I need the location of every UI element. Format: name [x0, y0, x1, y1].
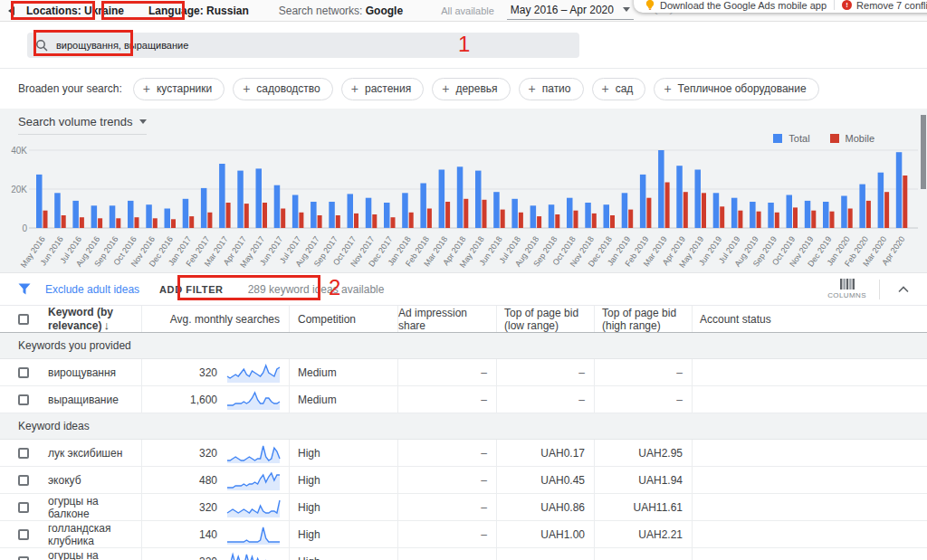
- keyword-search-input[interactable]: [56, 40, 328, 51]
- col-top-bid-high[interactable]: Top of page bid (high range): [595, 306, 693, 332]
- all-available-label: All available: [441, 5, 494, 16]
- competition-cell: High: [290, 548, 398, 560]
- account-status-cell: [693, 548, 927, 560]
- sparkline-chart: [225, 362, 282, 384]
- table-row[interactable]: лук эксибишен 320 High – UAH0.17 UAH2.95: [0, 440, 927, 467]
- impression-share-cell: –: [398, 521, 497, 547]
- row-checkbox[interactable]: [18, 448, 29, 459]
- bid-low-cell: –: [497, 386, 595, 413]
- notification-card: Download the Google Ads mobile app ! Rem…: [634, 0, 927, 13]
- keyword-planner-app: Locations: Ukraine Language: Russian Sea…: [0, 0, 927, 560]
- divider: [879, 280, 880, 299]
- date-range-value: May 2016 – Apr 2020: [511, 4, 614, 16]
- vertical-scrollbar-thumb[interactable]: [921, 115, 926, 189]
- section-keyword-ideas: Keyword ideas: [0, 413, 927, 440]
- keyword-search-box[interactable]: [27, 33, 579, 58]
- language-setting[interactable]: Language: Russian: [148, 5, 249, 17]
- svg-text:20K: 20K: [11, 185, 27, 195]
- impression-share-cell: –: [398, 548, 497, 560]
- row-checkbox[interactable]: [18, 556, 29, 560]
- networks-setting[interactable]: Search networks: Google: [279, 5, 403, 17]
- svg-text:40K: 40K: [11, 146, 27, 156]
- col-avg-monthly-searches[interactable]: Avg. monthly searches: [142, 306, 290, 332]
- impression-share-cell: –: [398, 494, 497, 520]
- keyword-count-label: 289 keyword ideas available: [248, 283, 385, 296]
- keyword-cell: выращивание: [48, 394, 119, 406]
- lightbulb-icon: [645, 0, 655, 11]
- error-badge-icon: !: [842, 0, 852, 10]
- chart-type-dropdown[interactable]: Search volume trends: [18, 115, 147, 135]
- section-keywords-you-provided: Keywords you provided: [0, 333, 927, 359]
- bid-high-cell: UAH2.95: [595, 440, 693, 466]
- plus-icon: +: [143, 82, 150, 95]
- avg-searches-value: 480: [199, 474, 217, 487]
- chip-derevya[interactable]: +деревья: [432, 78, 510, 100]
- bid-high-cell: –: [595, 548, 693, 560]
- chip-sadovodstvo[interactable]: +садоводство: [233, 78, 333, 100]
- exclude-adult-ideas-link[interactable]: Exclude adult ideas: [45, 283, 139, 296]
- bid-low-cell: UAH1.00: [497, 521, 595, 547]
- sparkline-chart: [225, 470, 282, 491]
- sparkline-chart: [225, 524, 282, 546]
- competition-cell: High: [290, 521, 398, 547]
- caret-down-icon: [623, 7, 630, 12]
- competition-cell: High: [290, 494, 398, 520]
- keyword-cell: огурцы на балконе: [48, 495, 141, 520]
- broaden-search-row: Broaden your search: +кустарники +садово…: [0, 69, 927, 109]
- competition-cell: High: [290, 440, 398, 466]
- locations-value: Locations: Ukraine: [26, 5, 124, 17]
- locations-setting[interactable]: Locations: Ukraine: [26, 5, 124, 17]
- account-status-cell: [693, 494, 927, 520]
- sparkline-chart: [225, 389, 282, 411]
- col-ad-impression-share[interactable]: Ad impression share: [398, 306, 497, 332]
- avg-searches-value: 140: [199, 528, 217, 541]
- keyword-cell: вирощування: [48, 366, 116, 379]
- col-competition[interactable]: Competition: [290, 306, 398, 332]
- competition-cell: High: [290, 467, 398, 493]
- col-account-status[interactable]: Account status: [693, 306, 927, 332]
- chip-rasteniya[interactable]: +растения: [341, 78, 424, 100]
- select-all-checkbox[interactable]: [18, 314, 29, 325]
- competition-cell: Medium: [290, 386, 398, 413]
- date-range-dropdown[interactable]: May 2016 – Apr 2020: [507, 2, 634, 20]
- table-row[interactable]: голландская клубника 140 High – UAH1.00 …: [0, 521, 927, 548]
- keyword-cell: голландская клубника: [48, 522, 141, 547]
- competition-cell: Medium: [290, 359, 398, 385]
- chip-sad[interactable]: +сад: [592, 78, 646, 100]
- row-checkbox[interactable]: [18, 502, 29, 513]
- search-volume-trends-section: Search volume trends Total Mobile 40K20K…: [0, 109, 927, 273]
- account-status-cell: [693, 440, 927, 466]
- notification-download-link[interactable]: Download the Google Ads mobile app: [660, 0, 827, 11]
- chart-title: Search volume trends: [18, 115, 132, 128]
- row-checkbox[interactable]: [18, 529, 29, 540]
- row-checkbox[interactable]: [18, 367, 29, 378]
- columns-icon: [840, 279, 855, 289]
- back-arrow-icon[interactable]: [8, 6, 14, 15]
- chip-patio[interactable]: +патио: [519, 78, 584, 100]
- plus-icon: +: [664, 82, 671, 95]
- account-status-cell: [693, 467, 927, 493]
- row-checkbox[interactable]: [18, 475, 29, 486]
- col-keyword[interactable]: Keyword (by relevance)↓: [48, 306, 141, 332]
- collapse-panel-button[interactable]: [893, 280, 914, 299]
- chip-teplichnoe[interactable]: +Тепличное оборудование: [654, 78, 818, 100]
- add-filter-button[interactable]: ADD FILTER: [159, 284, 224, 295]
- notification-divider: [834, 0, 835, 10]
- avg-searches-value: 320: [199, 366, 217, 379]
- broaden-label: Broaden your search:: [18, 82, 122, 95]
- columns-button[interactable]: COLUMNS: [827, 279, 866, 299]
- avg-searches-value: 320: [199, 501, 217, 514]
- table-row[interactable]: экокуб 480 High – UAH0.45 UAH1.94: [0, 467, 927, 494]
- col-top-bid-low[interactable]: Top of page bid (low range): [497, 306, 595, 332]
- keywords-table: Keyword (by relevance)↓ Avg. monthly sea…: [0, 306, 927, 560]
- bid-high-cell: –: [595, 386, 693, 413]
- table-row[interactable]: огурцы на балконе 320 High – UAH0.86 UAH…: [0, 494, 927, 521]
- row-checkbox[interactable]: [18, 394, 29, 405]
- notification-remove-link[interactable]: Remove 7 conflicting neg: [856, 0, 927, 11]
- chevron-up-icon: [898, 286, 909, 293]
- table-row[interactable]: выращивание 1,600 Medium – – –: [0, 386, 927, 413]
- table-row[interactable]: огурцы на подоконнике 320 High – – –: [0, 548, 927, 560]
- chip-kustarniki[interactable]: +кустарники: [133, 78, 225, 100]
- sparkline-chart: [225, 551, 282, 560]
- table-row[interactable]: вирощування 320 Medium – – –: [0, 359, 927, 386]
